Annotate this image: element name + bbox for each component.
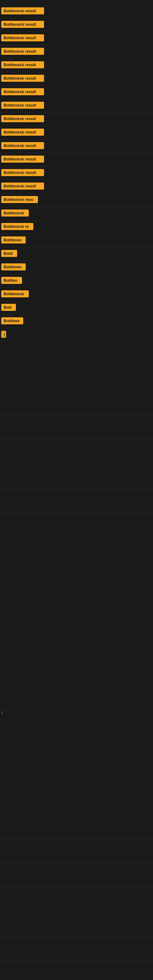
bottleneck-badge[interactable]: Bottleneck result	[1, 61, 44, 68]
empty-row	[0, 538, 153, 562]
list-item: Bottleneck result	[0, 18, 153, 32]
bottleneck-badge[interactable]: Bottleneck result	[1, 115, 44, 122]
list-item: Bottleneck result	[0, 59, 153, 72]
empty-row	[0, 562, 153, 587]
list-item: Bottl	[0, 247, 153, 261]
bottleneck-badge[interactable]: Bottl	[1, 250, 17, 257]
bottleneck-badge[interactable]: Bottlenec	[1, 236, 26, 243]
bottleneck-badge[interactable]: |	[1, 331, 6, 338]
empty-row	[0, 660, 153, 685]
list-item: Bottleneck result	[0, 5, 153, 18]
empty-row	[0, 765, 153, 789]
list-item: Bottleneck result	[0, 45, 153, 59]
list-item: Bottleneck resu	[0, 194, 153, 207]
empty-row	[0, 789, 153, 814]
bottleneck-badge[interactable]: Bottleneck result	[1, 183, 44, 189]
list-item: Bottleneck result	[0, 32, 153, 45]
list-item: Bottleneck result	[0, 86, 153, 99]
bottleneck-badge[interactable]: Bottleneck result	[1, 129, 44, 136]
bottleneck-badge[interactable]: Bottleneck result	[1, 34, 44, 41]
list-item: Bottleneck result	[0, 113, 153, 126]
empty-row	[0, 611, 153, 636]
bottleneck-badge[interactable]: Bottlene	[1, 317, 23, 324]
empty-row	[0, 415, 153, 440]
empty-row	[0, 716, 153, 740]
empty-row	[0, 740, 153, 765]
empty-row	[0, 587, 153, 611]
list-item: Bottleneck result	[0, 140, 153, 153]
list-item: Bott	[0, 301, 153, 315]
bottleneck-badge[interactable]: Bottleneck result	[1, 48, 44, 55]
list-item: Bottlen	[0, 274, 153, 288]
list-item: Bottleneck result	[0, 167, 153, 180]
bottleneck-badge[interactable]: Bottlen	[1, 277, 22, 284]
empty-row	[0, 464, 153, 489]
bottleneck-badge[interactable]: Bottleneck re	[1, 223, 33, 230]
bottleneck-badge[interactable]: Bottleneck result	[1, 88, 44, 95]
items-list: Bottleneck resultBottleneck resultBottle…	[0, 5, 153, 342]
bottleneck-badge[interactable]: Bottleneck result	[1, 75, 44, 82]
bottleneck-badge[interactable]: Bottlenec	[1, 263, 26, 270]
list-item: Bottleneck	[0, 288, 153, 301]
empty-row	[0, 489, 153, 513]
empty-row	[0, 888, 153, 912]
list-item: Bottleneck result	[0, 153, 153, 167]
bottom-label: c	[0, 709, 153, 716]
empty-row	[0, 685, 153, 709]
empty-row	[0, 342, 153, 366]
empty-row	[0, 513, 153, 538]
bottleneck-badge[interactable]: Bottleneck result	[1, 21, 44, 28]
empty-row	[0, 814, 153, 838]
empty-row	[0, 838, 153, 863]
bottleneck-badge[interactable]: Bottleneck result	[1, 102, 44, 109]
empty-row	[0, 366, 153, 391]
page-wrapper: Bottleneck resultBottleneck resultBottle…	[0, 0, 153, 961]
site-title	[0, 0, 153, 5]
bottleneck-badge[interactable]: Bottleneck result	[1, 156, 44, 162]
list-item: Bottlenec	[0, 234, 153, 247]
bottleneck-badge[interactable]: Bottleneck	[1, 290, 29, 298]
list-item: Bottleneck result	[0, 72, 153, 86]
bottleneck-badge[interactable]: Bottleneck result	[1, 7, 44, 14]
list-item: Bottleneck result	[0, 126, 153, 140]
bottleneck-badge[interactable]: Bottleneck result	[1, 142, 44, 149]
bottleneck-badge[interactable]: Bott	[1, 304, 16, 311]
list-item: Bottleneck result	[0, 180, 153, 194]
empty-row	[0, 863, 153, 888]
list-item: Bottleneck	[0, 207, 153, 221]
list-item: |	[0, 328, 153, 342]
list-item: Bottleneck re	[0, 221, 153, 234]
list-item: Bottleneck result	[0, 99, 153, 113]
list-item: Bottlenec	[0, 261, 153, 274]
bottleneck-badge[interactable]: Bottleneck result	[1, 169, 44, 176]
empty-row	[0, 440, 153, 464]
empty-row	[0, 391, 153, 415]
bottleneck-badge[interactable]: Bottleneck	[1, 210, 29, 216]
empty-row	[0, 912, 153, 937]
extra-rows: c	[0, 342, 153, 961]
empty-row	[0, 636, 153, 660]
empty-row	[0, 937, 153, 961]
bottleneck-badge[interactable]: Bottleneck resu	[1, 196, 38, 203]
list-item: Bottlene	[0, 315, 153, 328]
